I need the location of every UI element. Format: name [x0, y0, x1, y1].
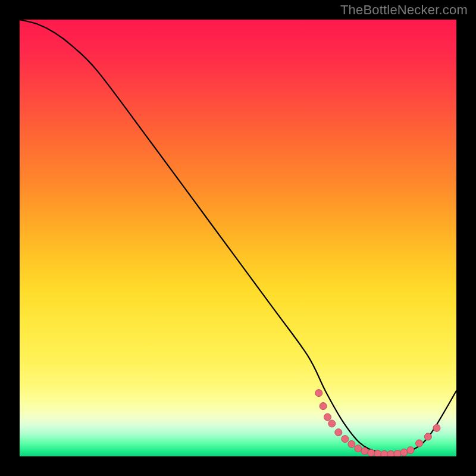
data-marker [387, 450, 394, 456]
data-marker [361, 447, 368, 455]
data-marker [394, 450, 401, 456]
data-marker [400, 449, 408, 456]
bottleneck-curve [20, 20, 456, 454]
data-marker [368, 449, 375, 456]
chart-overlay [20, 20, 456, 456]
data-marker [433, 424, 440, 431]
data-marker [342, 436, 349, 443]
data-marker [328, 420, 336, 427]
marker-group [315, 390, 440, 456]
data-marker [324, 414, 331, 421]
data-marker [320, 403, 327, 410]
data-marker [407, 447, 414, 454]
data-marker [335, 429, 342, 436]
chart-frame: TheBottleNecker.com [0, 0, 476, 476]
watermark-label: TheBottleNecker.com [340, 2, 468, 18]
data-marker [348, 440, 355, 447]
data-marker [315, 390, 322, 397]
data-marker [381, 450, 388, 456]
data-marker [374, 450, 381, 456]
data-marker [424, 433, 431, 440]
data-marker [416, 440, 423, 447]
data-marker [355, 445, 362, 452]
